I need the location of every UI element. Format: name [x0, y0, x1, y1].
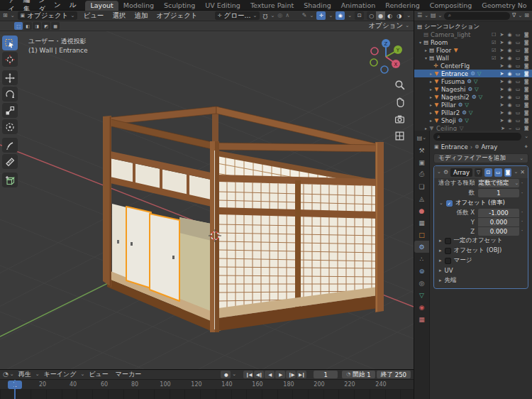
camera-view-icon[interactable]	[394, 114, 405, 124]
restrict-toggles[interactable]: ➤ ◉ ▭ ◙	[499, 71, 530, 77]
frame-start-field[interactable]: ◔ 開始 1	[342, 371, 375, 378]
count-field[interactable]: 1	[478, 189, 519, 197]
tab-rendering[interactable]: Rendering	[380, 1, 425, 11]
constant-offset-section[interactable]: ▸ 一定のオフセット	[434, 236, 528, 246]
restrict-toggles[interactable]: ➤ ⌣ ▭ ◙	[501, 126, 530, 131]
prev-keyframe-button[interactable]: ◀❙	[254, 371, 264, 378]
tab-sculpting[interactable]: Sculpting	[159, 1, 200, 11]
snap-magnet-icon[interactable]: Ω	[262, 13, 267, 19]
realtime-display-toggle[interactable]: ⊡	[484, 168, 492, 177]
jump-to-end-button[interactable]: ▶❙	[297, 371, 306, 378]
breadcrumb-modifier[interactable]: Array	[481, 143, 497, 151]
expand-icon[interactable]: ▸	[428, 71, 433, 76]
current-frame-field[interactable]: 1	[314, 371, 338, 378]
tab-texture-paint[interactable]: Texture Paint	[245, 1, 299, 11]
animate-dot[interactable]: ·	[519, 209, 525, 216]
timeline-editor-icon[interactable]: ◔	[3, 371, 9, 378]
xray-toggle[interactable]: ⊡	[355, 11, 364, 20]
outliner-row-centerflg[interactable]: ✛ CenterFlg ➤ ◉ ▭ ◙	[414, 62, 532, 70]
animate-dot[interactable]: ·	[519, 228, 525, 234]
ortho-grid-icon[interactable]	[394, 131, 405, 141]
outliner-search-input[interactable]: ⌕	[444, 12, 510, 20]
restrict-toggles[interactable]: ☑ ➤ ◉ ▭ ◙	[492, 48, 530, 53]
merge-checkbox[interactable]	[445, 258, 451, 264]
tab-material[interactable]: ◉	[414, 301, 429, 313]
display-mode-icon[interactable]: ▤	[431, 13, 436, 18]
restrict-toggles[interactable]: ➤ ◉ ▭ ◙	[499, 63, 530, 69]
outliner-row-pillar[interactable]: ▸ ▼ Pillar ⚙ ▽ ➤ ◉ ▭ ◙	[414, 101, 532, 109]
new-collection-icon[interactable]: ⊞	[524, 13, 529, 18]
modifier-name-field[interactable]: Array	[450, 168, 472, 177]
restrict-toggles[interactable]: ☑ ➤ ◉ ▭ ◙	[492, 40, 530, 45]
select-mode-extend[interactable]: ◧	[23, 22, 32, 30]
object-offset-section[interactable]: ▸ オフセット (OBJ)	[434, 246, 528, 256]
jump-to-start-button[interactable]: ❙◀	[243, 371, 253, 378]
pan-hand-icon[interactable]	[394, 97, 405, 107]
3d-scene[interactable]	[0, 31, 414, 369]
auto-key-button[interactable]: ●	[221, 371, 231, 378]
outliner-row-pillar2[interactable]: ▸ ▼ Pillar2 ⚙ ▽ ➤ ◉ ▭ ◙	[414, 109, 532, 116]
menu-playback[interactable]: 再生	[16, 370, 34, 379]
tab-compositing[interactable]: Compositing	[425, 1, 477, 11]
restrict-toggles[interactable]: ☑ ➤ ◉ ▭ ◙	[492, 55, 530, 61]
tab-scene[interactable]: ◬	[414, 192, 429, 204]
menu-add[interactable]: 追加	[131, 11, 150, 21]
menu-keying[interactable]: キーイング	[41, 370, 79, 379]
outliner-row-room[interactable]: ▾ ▤ Room ☑ ➤ ◉ ▭ ◙	[414, 38, 532, 46]
tab-particles[interactable]: ∴	[414, 253, 429, 265]
expand-icon[interactable]: ▸	[428, 87, 433, 92]
tool-annotate[interactable]	[2, 138, 18, 153]
breadcrumb-object[interactable]: Entrance	[441, 143, 468, 151]
menu-marker[interactable]: マーカー	[113, 370, 144, 379]
constant-offset-checkbox[interactable]	[445, 238, 451, 244]
tab-animation[interactable]: Animation	[336, 1, 380, 11]
show-overlays-toggle[interactable]: ◉	[336, 11, 345, 20]
timeline-tracks[interactable]	[0, 390, 414, 399]
playhead[interactable]	[14, 380, 16, 399]
offset-relative-header[interactable]: ⌄ ✓ オフセット (倍率)	[434, 198, 528, 208]
select-mode-subtract[interactable]: ◨	[33, 22, 41, 30]
animate-dot[interactable]: ·	[519, 180, 525, 187]
properties-editor-icon[interactable]: ▤⌄	[414, 132, 429, 144]
shading-rendered[interactable]: ◑	[394, 11, 404, 20]
transform-orientation[interactable]: ✛ グロー... ⌄	[215, 11, 260, 20]
tab-world[interactable]: ●	[414, 204, 429, 217]
tab-object[interactable]: □	[414, 229, 429, 241]
restrict-toggles[interactable]: ➤ ◉ ▭ ◙	[499, 87, 530, 92]
tab-physics[interactable]: ⊚	[414, 265, 429, 277]
tab-collection[interactable]: ▦	[414, 217, 429, 229]
play-button[interactable]: ▶	[275, 371, 285, 378]
expand-icon[interactable]: ▸	[423, 126, 428, 131]
tab-render[interactable]: ▣	[414, 156, 429, 168]
caps-section[interactable]: ▸ 先端	[434, 275, 528, 285]
outliner-row-wall[interactable]: ▾ ▤ Wall ☑ ➤ ◉ ▭ ◙	[414, 54, 532, 62]
filter-icon[interactable]: ∇	[512, 13, 516, 18]
restrict-toggles[interactable]: ☐ ➤ ◉ ▭ ◙	[492, 32, 530, 38]
outliner-row-nageshi[interactable]: ▸ ▼ Nageshi ⚙ ▽ ➤ ◉ ▭ ◙	[414, 85, 532, 93]
uv-section[interactable]: ▸ UV	[434, 266, 528, 275]
tab-texture[interactable]: ▦	[414, 313, 429, 325]
menu-view[interactable]: ビュー	[80, 11, 106, 21]
outliner-row-shoji[interactable]: ▸ ▼ Shoji ⚙ ▽ ➤ ◉ ▭ ◙	[414, 116, 532, 124]
outliner-row-floor[interactable]: ▸ ▤ Floor ▼ ☑ ➤ ◉ ▭ ◙	[414, 46, 532, 54]
select-mode-invert[interactable]: ◩	[42, 22, 50, 30]
factor-z-field[interactable]: 0.000	[478, 227, 519, 236]
tab-output[interactable]: ⎙	[414, 168, 429, 180]
factor-y-field[interactable]: 0.000	[478, 218, 519, 226]
close-icon[interactable]: ✕	[520, 170, 525, 175]
menu-object[interactable]: オブジェクト	[153, 11, 200, 21]
next-keyframe-button[interactable]: ❙▶	[286, 371, 296, 378]
tab-view-layer[interactable]: ❏	[414, 180, 429, 192]
options-menu[interactable]: オプション	[369, 21, 404, 31]
tab-geometry-nodes[interactable]: Geometry No	[477, 1, 531, 11]
expand-icon[interactable]: ▸	[428, 110, 433, 115]
zoom-icon[interactable]	[394, 80, 405, 90]
expand-icon[interactable]: ▸	[428, 79, 433, 84]
outliner-row-entrance[interactable]: ▸ ▼ Entrance ⚙ ▽ ➤ ◉ ▭ ◙	[414, 70, 532, 77]
tool-select-box[interactable]	[2, 35, 18, 50]
restrict-toggles[interactable]: ➤ ◉ ▭ ◙	[499, 118, 530, 124]
properties-search-input[interactable]: ⌕	[433, 133, 521, 141]
outliner-row-scene-collection[interactable]: ▤ シーンコレクション	[414, 23, 532, 31]
tool-move[interactable]	[2, 70, 18, 85]
proportional-edit-icon[interactable]: ◎	[277, 13, 282, 18]
